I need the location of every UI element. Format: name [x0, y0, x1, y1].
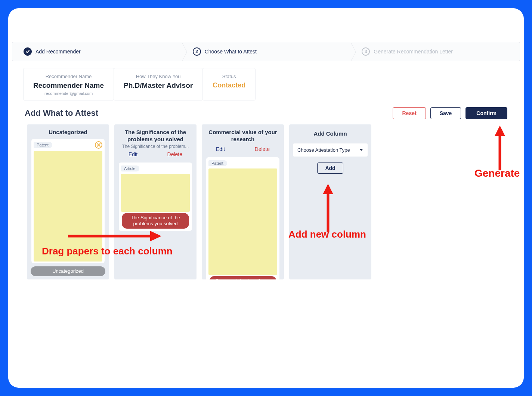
column-commercial-value[interactable]: Commercial value of your research Commer…: [202, 124, 284, 279]
step-number-icon: 3: [362, 47, 370, 56]
field-label: Status: [213, 74, 245, 79]
column-subtitle: The Significance of the problem...: [117, 144, 194, 149]
recommender-name-card: Recommender Name Recommender Name recomm…: [23, 68, 114, 100]
confirm-button[interactable]: Confirm: [466, 107, 507, 119]
field-label: How They Know You: [124, 74, 193, 79]
how-know-card: How They Know You Ph.D/Master Advisor: [114, 68, 203, 100]
edit-column-link[interactable]: Edit: [216, 146, 225, 152]
attest-header: Add What to Attest Reset Save Confirm: [25, 107, 507, 119]
save-button[interactable]: Save: [430, 107, 461, 119]
step-label: Choose What to Attest: [205, 49, 257, 55]
paper-attestation-pill: Commercial value of your research: [209, 276, 276, 280]
select-value: Choose Attestation Type: [297, 147, 350, 153]
step-number-icon: 2: [193, 47, 201, 56]
column-title: The Significance of the problems you sol…: [117, 129, 194, 143]
field-label: Recommender Name: [33, 74, 104, 79]
column-title: Add Column: [292, 130, 368, 137]
step-generate-letter[interactable]: 3 Generate Recommendation Letter: [350, 42, 520, 61]
action-buttons: Reset Save Confirm: [393, 107, 507, 119]
column-significance[interactable]: The Significance of the problems you sol…: [114, 124, 197, 279]
step-choose-attest[interactable]: 2 Choose What to Attest: [182, 42, 351, 61]
column-add-new: Add Column Choose Attestation Type Add: [289, 124, 371, 279]
paper-type-tag: Article: [121, 165, 139, 171]
column-title: Commercial value of your research: [205, 129, 281, 143]
paper-preview: [121, 174, 190, 212]
paper-preview: [208, 168, 277, 275]
recommender-name: Recommender Name: [33, 81, 104, 90]
paper-card[interactable]: Patent Commercial value of your research: [206, 157, 279, 280]
paper-attestation-pill: The Significance of the problems you sol…: [122, 213, 189, 229]
delete-column-link[interactable]: Delete: [167, 151, 182, 157]
status-card: Status Contacted: [202, 68, 256, 100]
step-label: Add Recommender: [35, 49, 81, 55]
paper-card[interactable]: Patent: [31, 139, 105, 263]
attestation-type-select[interactable]: Choose Attestation Type: [293, 143, 368, 157]
recommender-info-row: Recommender Name Recommender Name recomm…: [23, 68, 520, 100]
how-know-value: Ph.D/Master Advisor: [124, 81, 193, 90]
column-footer-pill: Uncategorized: [31, 266, 105, 276]
check-icon: [24, 47, 32, 56]
app-window: Add Recommender 2 Choose What to Attest …: [8, 8, 524, 388]
add-column-button[interactable]: Add: [317, 163, 343, 174]
step-add-recommender[interactable]: Add Recommender: [12, 42, 182, 61]
caret-down-icon: [359, 149, 363, 151]
attest-columns: Uncategorized Uncategorized items will b…: [27, 124, 507, 279]
paper-type-tag: Patent: [208, 160, 227, 166]
status-badge: Contacted: [213, 81, 245, 89]
section-title: Add What to Attest: [25, 108, 98, 118]
paper-type-tag: Patent: [34, 142, 52, 148]
recommender-email: recommender@gmail.com: [33, 91, 104, 96]
reset-button[interactable]: Reset: [393, 107, 426, 119]
stepper: Add Recommender 2 Choose What to Attest …: [12, 42, 520, 61]
delete-column-link[interactable]: Delete: [255, 146, 270, 152]
step-label: Generate Recommendation Letter: [374, 49, 453, 55]
remove-paper-icon[interactable]: [95, 141, 102, 149]
paper-card[interactable]: Article The Significance of the problems…: [119, 163, 192, 231]
column-uncategorized[interactable]: Uncategorized Uncategorized items will b…: [27, 124, 109, 279]
paper-preview: [34, 151, 102, 262]
edit-column-link[interactable]: Edit: [129, 151, 137, 157]
column-title: Uncategorized: [30, 129, 106, 136]
